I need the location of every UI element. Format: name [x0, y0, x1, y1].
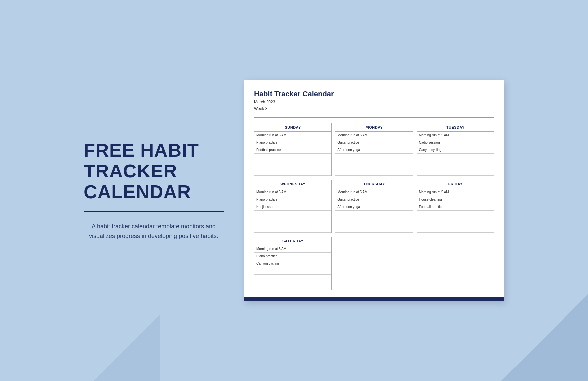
list-item: Morning run at 5 AM	[417, 188, 494, 196]
calendar-title: Habit Tracker Calendar	[254, 90, 494, 98]
day-header-saturday: SATURDAY	[254, 237, 331, 245]
main-title: FREE HABIT TRACKER CALENDAR	[84, 140, 224, 202]
list-item: Morning run at 5 AM	[254, 245, 331, 253]
list-item: Football practice	[417, 203, 494, 211]
list-item	[417, 168, 494, 176]
list-item	[417, 211, 494, 218]
day-header-sunday: SUNDAY	[254, 123, 331, 132]
day-header-wednesday: WEDNESDAY	[254, 180, 331, 188]
list-item: Guitar practice	[335, 196, 413, 203]
bg-decoration-right	[501, 294, 588, 381]
list-item	[254, 154, 331, 161]
list-item	[254, 282, 331, 289]
day-cell-monday: MONDAY Morning run at 5 AM Guitar practi…	[335, 123, 413, 176]
list-item: House cleaning	[417, 196, 494, 203]
day-items-tuesday: Morning run at 5 AM Cadio session Canyon…	[417, 132, 494, 176]
list-item: Afternoon yoga	[335, 203, 413, 211]
list-item: Canyon cycling	[417, 146, 494, 154]
list-item	[254, 267, 331, 275]
title-divider	[84, 211, 224, 212]
days-row-2: WEDNESDAY Morning run at 5 AM Piano prac…	[254, 180, 494, 233]
list-item	[417, 218, 494, 225]
list-item: Football practice	[254, 146, 331, 154]
list-item: Morning run at 5 AM	[335, 188, 413, 196]
days-row-3: SATURDAY Morning run at 5 AM Piano pract…	[254, 237, 494, 290]
day-header-monday: MONDAY	[335, 123, 413, 132]
day-cell-friday: FRIDAY Morning run at 5 AM House cleanin…	[417, 180, 494, 233]
list-item	[417, 225, 494, 233]
subtitle-text: A habit tracker calendar template monito…	[84, 222, 224, 241]
day-items-sunday: Morning run at 5 AM Piano practice Footb…	[254, 132, 331, 176]
list-item: Morning run at 5 AM	[254, 188, 331, 196]
list-item	[335, 211, 413, 218]
days-row-1: SUNDAY Morning run at 5 AM Piano practic…	[254, 123, 494, 176]
list-item	[335, 161, 413, 168]
list-item	[254, 275, 331, 282]
day-header-thursday: THURSDAY	[335, 180, 413, 188]
days-grid: SUNDAY Morning run at 5 AM Piano practic…	[254, 123, 494, 290]
day-items-wednesday: Morning run at 5 AM Piano practice Kanji…	[254, 188, 331, 233]
day-header-tuesday: TUESDAY	[417, 123, 494, 132]
list-item	[335, 218, 413, 225]
list-item: Morning run at 5 AM	[417, 132, 494, 139]
day-items-saturday: Morning run at 5 AM Piano practice Canyo…	[254, 245, 331, 289]
header-divider	[254, 117, 494, 118]
list-item: Morning run at 5 AM	[335, 132, 413, 139]
list-item: Piano practice	[254, 139, 331, 146]
list-item	[254, 168, 331, 176]
list-item: Piano practice	[254, 253, 331, 260]
list-item	[335, 154, 413, 161]
list-item	[254, 161, 331, 168]
list-item: Piano practice	[254, 196, 331, 203]
day-items-monday: Morning run at 5 AM Guitar practice Afte…	[335, 132, 413, 176]
calendar-month: March 2023 Week 3	[254, 99, 494, 112]
list-item: Cadio session	[417, 139, 494, 146]
list-item: Morning run at 5 AM	[254, 132, 331, 139]
list-item	[254, 218, 331, 225]
list-item: Afternoon yoga	[335, 146, 413, 154]
day-items-thursday: Morning run at 5 AM Guitar practice Afte…	[335, 188, 413, 233]
calendar-card: Habit Tracker Calendar March 2023 Week 3…	[244, 80, 504, 301]
day-cell-sunday: SUNDAY Morning run at 5 AM Piano practic…	[254, 123, 332, 176]
bg-decoration-left	[94, 314, 160, 381]
day-header-friday: FRIDAY	[417, 180, 494, 188]
list-item	[254, 225, 331, 233]
list-item	[254, 211, 331, 218]
list-item	[335, 168, 413, 176]
list-item: Guitar practice	[335, 139, 413, 146]
calendar-header: Habit Tracker Calendar March 2023 Week 3	[254, 90, 494, 112]
day-cell-saturday: SATURDAY Morning run at 5 AM Piano pract…	[254, 237, 332, 290]
list-item: Canyon cycling	[254, 260, 331, 267]
content-wrapper: FREE HABIT TRACKER CALENDAR A habit trac…	[27, 80, 561, 301]
day-cell-tuesday: TUESDAY Morning run at 5 AM Cadio sessio…	[417, 123, 494, 176]
day-items-friday: Morning run at 5 AM House cleaning Footb…	[417, 188, 494, 233]
list-item	[417, 154, 494, 161]
list-item	[335, 225, 413, 233]
list-item: Kanji lesson	[254, 203, 331, 211]
day-cell-thursday: THURSDAY Morning run at 5 AM Guitar prac…	[335, 180, 413, 233]
day-cell-wednesday: WEDNESDAY Morning run at 5 AM Piano prac…	[254, 180, 332, 233]
left-panel: FREE HABIT TRACKER CALENDAR A habit trac…	[84, 140, 224, 241]
list-item	[417, 161, 494, 168]
